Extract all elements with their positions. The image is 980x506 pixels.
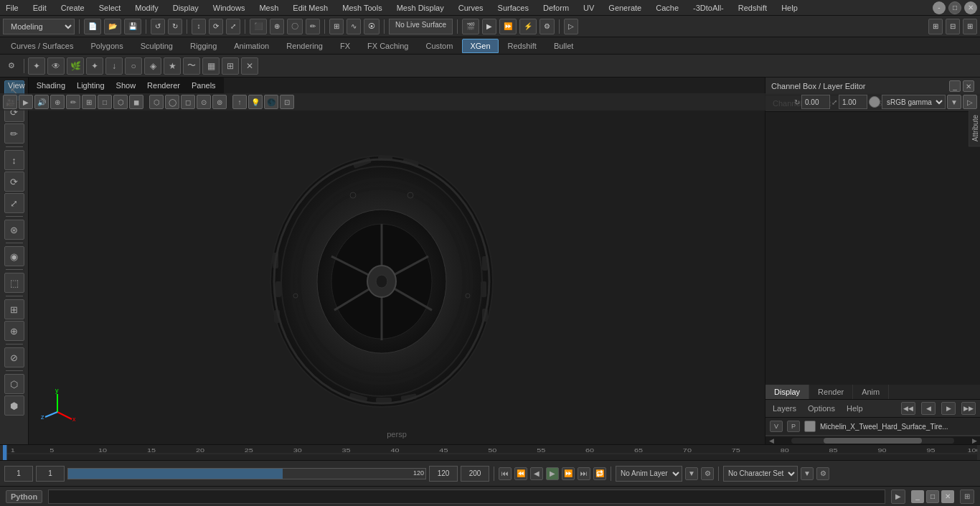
python-run-btn[interactable]: ▶ (891, 489, 905, 504)
python-tab[interactable]: Python (6, 490, 42, 503)
generate-menu[interactable]: Generate (606, 2, 644, 14)
tab-polygons[interactable]: Polygons (83, 39, 131, 53)
layer-scroll-track[interactable] (791, 438, 954, 444)
anim-layer-dropdown[interactable]: No Anim Layer (616, 466, 682, 482)
vp-rough-btn[interactable]: ◻ (181, 95, 195, 109)
vp-normals-btn[interactable]: ↑ (232, 95, 247, 109)
vp-wireframe-btn[interactable]: ⬡ (113, 95, 128, 109)
surfaces-menu[interactable]: Surfaces (495, 2, 532, 14)
vp-shaded-btn[interactable]: ◼ (129, 95, 143, 109)
xgen-icon4[interactable]: ✦ (86, 57, 103, 75)
xgen-icon11[interactable]: ⊞ (222, 57, 239, 75)
current-frame-input[interactable] (36, 466, 65, 482)
skip-end-btn[interactable]: ⏭ (578, 467, 590, 480)
snap-to-poly-btn[interactable]: ⬡ (4, 374, 24, 394)
tab-display[interactable]: Display (765, 385, 809, 399)
anim-layer-arrow[interactable]: ▼ (685, 467, 698, 480)
file-menu[interactable]: File (3, 2, 22, 14)
undo-btn[interactable]: ↺ (151, 19, 165, 34)
vp-show-menu[interactable]: Show (114, 80, 138, 90)
paint-tool-btn[interactable]: ✏ (4, 123, 24, 144)
layer-row[interactable]: V P Michelin_X_Tweel_Hard_Surface_Tire..… (765, 418, 980, 436)
render-settings-btn[interactable]: ⚙ (540, 19, 555, 34)
paint-select-btn[interactable]: ✏ (306, 19, 320, 34)
move-tool-btn[interactable]: ↕ (192, 19, 206, 34)
timeline[interactable]: 1 5 10 15 20 25 30 35 40 45 50 55 60 65 … (0, 444, 980, 460)
vp-ref-btn[interactable]: ⊚ (212, 95, 227, 109)
layer-prev2-btn[interactable]: ◀ (921, 402, 936, 415)
panel-minimize-btn[interactable]: _ (949, 80, 961, 92)
panel-close-btn[interactable]: ✕ (963, 80, 974, 92)
help-btn[interactable]: Help (844, 403, 866, 414)
redshift-menu[interactable]: Redshift (735, 2, 770, 14)
start-frame-input[interactable] (4, 466, 33, 482)
layer-v-toggle[interactable]: V (770, 421, 783, 432)
vp-lighting-menu[interactable]: Lighting (75, 80, 107, 90)
scale-tool-btn[interactable]: ⤢ (226, 19, 240, 34)
bottom-close-btn[interactable]: ✕ (941, 490, 954, 503)
tab-xgen[interactable]: XGen (462, 39, 498, 53)
layer-p-toggle[interactable]: P (787, 421, 800, 432)
output-connect-btn[interactable]: ⊟ (946, 19, 960, 34)
tab-fx[interactable]: FX (332, 39, 358, 53)
live-surface-btn[interactable]: No Live Surface (389, 19, 453, 34)
move-tool-left-btn[interactable]: ↕ (4, 150, 24, 170)
uv-menu[interactable]: UV (580, 2, 597, 14)
tab-sculpting[interactable]: Sculpting (133, 39, 181, 53)
char-set-dropdown[interactable]: No Character Set (723, 466, 798, 482)
hide-btn[interactable]: ⊘ (4, 347, 24, 367)
layout-btn[interactable]: ⊞ (963, 19, 977, 34)
3dtall-menu[interactable]: -3DtoAll- (690, 2, 727, 14)
mode-dropdown[interactable]: Modeling (3, 19, 75, 34)
lasso-select-btn[interactable]: 〇 (287, 19, 303, 34)
xgen-icon5[interactable]: ↓ (105, 57, 123, 75)
ipr-btn[interactable]: ⚡ (519, 19, 537, 34)
vp-lights-btn[interactable]: 💡 (248, 95, 263, 109)
layer-next-btn[interactable]: ▶▶ (961, 402, 976, 415)
grid-btn[interactable]: ⊕ (4, 321, 24, 341)
anim-layer-settings[interactable]: ⚙ (701, 467, 714, 480)
vp-grid-view-btn[interactable]: ⊞ (82, 95, 96, 109)
redo-btn[interactable]: ↻ (168, 19, 182, 34)
mesh-menu[interactable]: Mesh (256, 2, 281, 14)
deform-menu[interactable]: Deform (540, 2, 572, 14)
save-file-btn[interactable]: 💾 (124, 19, 141, 34)
range-bar[interactable]: 120 (67, 468, 426, 479)
layer-color-swatch[interactable] (804, 421, 816, 432)
layer-scroll-left-btn[interactable]: ◀ (765, 437, 777, 444)
xgen-icon1[interactable]: ✦ (28, 57, 45, 75)
layer-scroll-right-btn[interactable]: ▶ (969, 437, 980, 444)
step-back-btn[interactable]: ⏪ (514, 467, 527, 480)
select-menu[interactable]: Select (96, 2, 124, 14)
rotate-tool-left-btn[interactable]: ⟳ (4, 172, 24, 192)
paint-weights-btn[interactable]: ⊞ (4, 299, 24, 319)
display-menu[interactable]: Display (170, 2, 202, 14)
tab-fx-caching[interactable]: FX Caching (359, 39, 416, 53)
options-btn[interactable]: Options (805, 403, 838, 414)
mesh-display-menu[interactable]: Mesh Display (394, 2, 447, 14)
vp-panels-menu[interactable]: Panels (189, 80, 218, 90)
mesh-tools-menu[interactable]: Mesh Tools (339, 2, 385, 14)
rotate-tool-btn[interactable]: ⟳ (209, 19, 223, 34)
scale-tool-left-btn[interactable]: ⤢ (4, 193, 24, 213)
settings-icon[interactable]: ⚙ (3, 57, 20, 75)
char-set-settings[interactable]: ⚙ (816, 467, 829, 480)
select-by-hierarchy-btn[interactable]: ⊕ (270, 19, 284, 34)
char-set-arrow[interactable]: ▼ (801, 467, 814, 480)
vp-audio-btn[interactable]: 🔊 (34, 95, 49, 109)
snap-point-btn[interactable]: ⦿ (364, 19, 380, 34)
windows-menu[interactable]: Windows (210, 2, 248, 14)
tab-curves-surfaces[interactable]: Curves / Surfaces (3, 39, 81, 53)
xgen-icon6[interactable]: ○ (125, 57, 142, 75)
vp-subdiv-btn[interactable]: ⊙ (197, 95, 211, 109)
bottom-minimize-btn[interactable]: _ (911, 490, 924, 503)
xgen-icon2[interactable]: 👁 (47, 57, 65, 75)
vp-shadows-btn[interactable]: 🌑 (264, 95, 278, 109)
xgen-icon9[interactable]: 〜 (183, 57, 200, 75)
soft-select-btn[interactable]: ◉ (4, 246, 24, 266)
select-by-component-btn[interactable]: ⬛ (250, 19, 267, 34)
edit-mesh-menu[interactable]: Edit Mesh (290, 2, 331, 14)
vp-paint-btn[interactable]: ✏ (66, 95, 80, 109)
max-frame-input[interactable] (461, 466, 489, 482)
loop-btn[interactable]: 🔁 (593, 467, 606, 480)
